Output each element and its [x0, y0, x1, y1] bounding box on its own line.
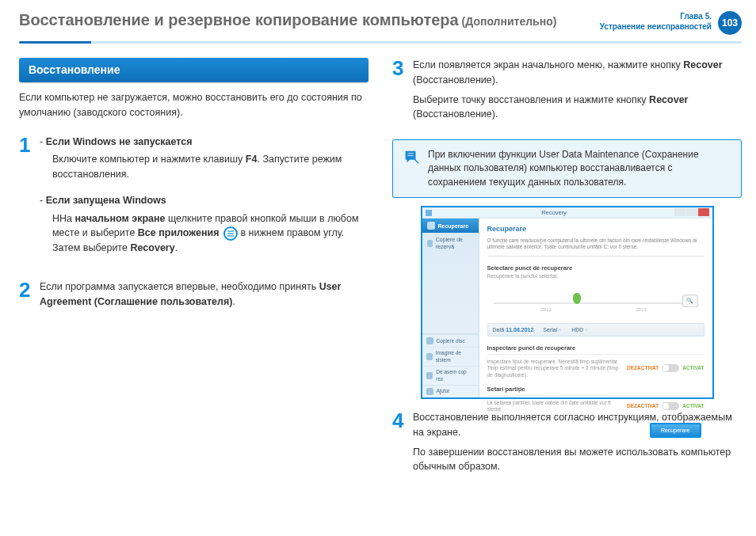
app-title: Recovery — [435, 209, 674, 217]
case-a-title: Если Windows не запускается — [40, 135, 368, 150]
recovery-app-screenshot: Recovery Recuperare Copiere de rezervă C… — [421, 206, 714, 399]
step-number: 1 — [19, 135, 40, 267]
section-header-recovery: Восстановление — [19, 58, 368, 82]
toggle-partition[interactable]: DEZACTIVAT ACTIVAT — [627, 402, 704, 410]
image-icon — [426, 353, 433, 360]
sidebar-item-recover[interactable]: Recuperare — [422, 219, 479, 233]
right-column: 3 Если появляется экран начального меню,… — [392, 58, 742, 492]
timeline[interactable]: 🔍 2012 2013 — [487, 285, 704, 320]
backup-icon — [427, 240, 433, 247]
intro-text: Если компьютер не загружается, можно вос… — [19, 90, 368, 120]
step-3-p1: Если появляется экран начального меню, н… — [413, 58, 742, 88]
copy-icon — [426, 372, 433, 379]
year-label: 2012 — [541, 307, 552, 314]
toggle-switch-icon — [662, 402, 679, 410]
maximize-icon — [686, 208, 697, 216]
app-subdesc: Recuperare la punctul selectat. — [487, 273, 704, 279]
app-window-icon — [426, 210, 432, 216]
step-4: 4 Восстановление выполняется согласно ин… — [392, 410, 742, 479]
row-inspect: Inspectare tipul de recuperare. Necesită… — [487, 354, 704, 382]
note-text: При включении функции User Data Maintena… — [428, 148, 731, 189]
case-b-title: Если запущена Windows — [40, 193, 368, 208]
step-1: 1 Если Windows не запускается Включите к… — [19, 135, 368, 267]
case-a-body: Включите компьютер и нажмите клавишу F4.… — [40, 152, 368, 182]
step-number: 3 — [392, 58, 413, 127]
step-2: 2 Если программа запускается впервые, не… — [19, 279, 368, 314]
info-bar: Dată11.08.2012 Serial▾ HDD▾ — [487, 323, 704, 336]
step-4-p2: По завершении восстановления вы можете и… — [413, 445, 742, 475]
app-heading: Recuperare — [487, 225, 704, 234]
timeline-marker-icon[interactable] — [573, 293, 581, 304]
app-sub-inspect: Inspectare punct de recuperare — [487, 344, 704, 352]
step-4-p1: Восстановление выполняется согласно инст… — [413, 410, 742, 440]
page-header: Восстановление и резервное копирование к… — [0, 0, 756, 40]
disc-icon — [426, 337, 433, 344]
note-icon — [403, 148, 420, 165]
step-number: 2 — [19, 279, 40, 314]
app-description: O funcție care readuce/pe computerul la … — [487, 238, 704, 257]
page-number-badge: 103 — [718, 11, 742, 35]
minimize-icon — [674, 208, 685, 216]
toggle-switch-icon — [662, 364, 679, 372]
sidebar-item-help[interactable]: Ajutor — [422, 385, 479, 397]
sidebar-item-disccopy[interactable]: Copiere disc — [422, 334, 479, 347]
sidebar-item-also[interactable]: De asem cop rez — [422, 366, 479, 385]
step-3-p2: Выберите точку восстановления и нажмите … — [413, 93, 742, 123]
left-column: Восстановление Если компьютер не загружа… — [19, 58, 368, 492]
app-titlebar: Recovery — [422, 207, 712, 219]
magnify-button[interactable]: 🔍 — [682, 295, 698, 307]
sidebar-item-sysimg[interactable]: Imagine de sistem — [422, 347, 479, 366]
toggle-inspect[interactable]: DEZACTIVAT ACTIVAT — [627, 364, 704, 372]
close-icon — [698, 208, 709, 216]
step-2-body: Если программа запускается впервые, необ… — [40, 279, 368, 310]
page-title: Восстановление и резервное копирование к… — [19, 11, 600, 29]
page-subtitle: (Дополнительно) — [459, 15, 557, 28]
app-sidebar: Recuperare Copiere de rezervă Copiere di… — [422, 219, 479, 397]
window-controls[interactable] — [674, 208, 709, 218]
note-box: При включении функции User Data Maintena… — [392, 139, 742, 198]
year-label: 2013 — [636, 307, 647, 314]
recover-icon — [427, 222, 435, 230]
help-icon — [426, 388, 433, 395]
app-sub-select: Selectare punct de recuperare — [487, 264, 704, 272]
app-main: Recuperare O funcție care readuce/pe com… — [479, 219, 712, 397]
all-apps-icon — [223, 226, 238, 241]
magnify-icon: 🔍 — [686, 297, 693, 304]
app-sub-partition: Setari partiție — [487, 386, 704, 393]
sidebar-item-backup[interactable]: Copiere de rezervă — [422, 233, 479, 253]
step-3: 3 Если появляется экран начального меню,… — [392, 58, 742, 127]
case-b-body: ННа начальном экране щелкните правой кно… — [40, 211, 368, 256]
step-number: 4 — [392, 410, 413, 479]
chapter-info: Глава 5. Устранение неисправностей — [600, 11, 712, 32]
